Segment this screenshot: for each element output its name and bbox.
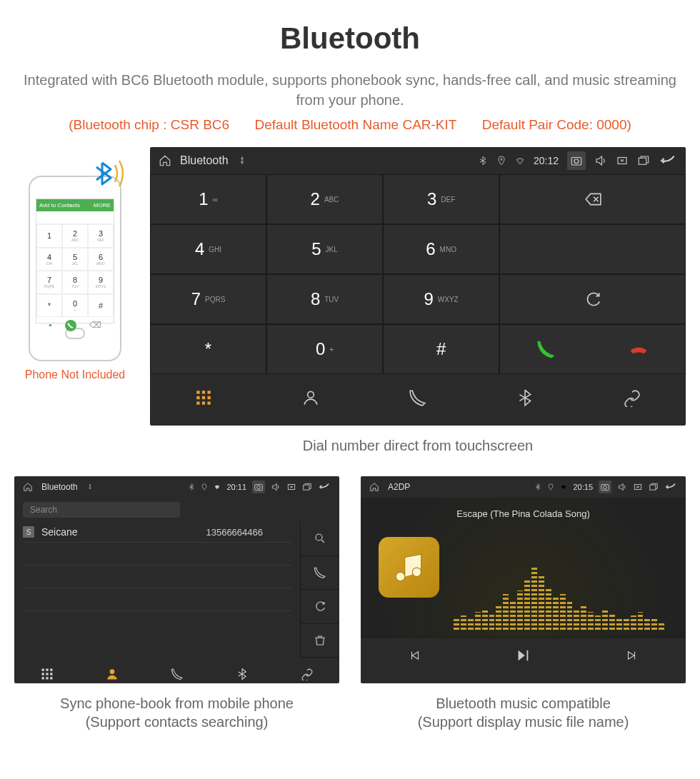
gps-icon	[496, 156, 506, 166]
link-icon	[301, 668, 314, 680]
headunit-dialer: Bluetooth 20:12 1∞2A	[150, 147, 686, 426]
side-delete-button[interactable]	[300, 624, 339, 658]
skip-previous-icon	[409, 649, 421, 662]
app-title: A2DP	[388, 482, 410, 492]
svg-point-2	[574, 159, 579, 164]
tab-keypad[interactable]	[14, 658, 79, 690]
bluetooth-icon	[534, 483, 541, 491]
volume-icon[interactable]	[271, 482, 281, 492]
back-icon[interactable]	[318, 481, 331, 493]
viz-bar	[539, 576, 544, 630]
screenshot-icon[interactable]	[254, 482, 264, 492]
screenshot-icon[interactable]	[570, 154, 583, 167]
tab-bluetooth[interactable]	[471, 374, 579, 421]
dialer-key-7[interactable]: 7PQRS	[150, 274, 266, 324]
search-input[interactable]: Search	[23, 502, 180, 518]
dialer-key-#[interactable]: #	[383, 324, 499, 374]
dialer-key-4[interactable]: 4GHI	[150, 224, 266, 274]
viz-bar	[524, 580, 530, 630]
spec-line: (Bluetooth chip : CSR BC6 Default Blueto…	[14, 117, 686, 133]
call-button[interactable]	[500, 338, 592, 360]
bluetooth-signal-icon	[88, 152, 131, 195]
phone-key: 8TUV	[62, 271, 88, 294]
key-letters: GHI	[209, 246, 221, 253]
svg-rect-9	[202, 396, 205, 398]
tab-call-log[interactable]	[364, 374, 471, 421]
tab-pair[interactable]	[579, 374, 686, 421]
dialer-key-9[interactable]: 9WXYZ	[383, 274, 499, 324]
usb-icon	[237, 156, 247, 166]
contact-row[interactable]: S Seicane 13566664466	[23, 522, 291, 543]
next-button[interactable]	[577, 637, 686, 673]
dialer-key-0[interactable]: 0+	[266, 324, 383, 374]
search-icon	[314, 532, 326, 545]
key-letters: ABC	[324, 196, 339, 203]
viz-bar	[489, 614, 495, 630]
phone-icon	[314, 566, 326, 579]
home-icon[interactable]	[159, 154, 171, 167]
contact-row-empty	[23, 543, 291, 566]
prev-button[interactable]	[361, 637, 469, 673]
screenshot-icon[interactable]	[600, 482, 610, 492]
side-search-button[interactable]	[300, 522, 339, 556]
key-letters: JKL	[326, 246, 338, 253]
back-icon[interactable]	[664, 481, 677, 493]
tab-contacts[interactable]	[79, 658, 144, 690]
recent-apps-icon[interactable]	[637, 154, 650, 167]
viz-bar	[510, 601, 516, 630]
tab-contacts[interactable]	[257, 374, 364, 421]
dialer-key-2[interactable]: 2ABC	[266, 174, 383, 224]
tab-call-log[interactable]	[144, 658, 209, 690]
viz-bar	[624, 619, 629, 630]
play-pause-button[interactable]	[469, 637, 578, 673]
dialer-key-3[interactable]: 3DEF	[383, 174, 499, 224]
side-call-button[interactable]	[300, 556, 339, 590]
svg-rect-1	[571, 158, 581, 166]
home-icon[interactable]	[23, 482, 33, 492]
viz-bar	[581, 605, 586, 630]
sync-button[interactable]	[499, 274, 686, 324]
svg-rect-23	[41, 673, 44, 675]
tab-pair[interactable]	[274, 658, 339, 690]
page-title: Bluetooth	[14, 21, 686, 56]
contact-initial: S	[23, 526, 34, 538]
tab-keypad[interactable]	[150, 374, 257, 421]
side-sync-button[interactable]	[300, 590, 339, 624]
hangup-button[interactable]	[593, 338, 685, 360]
wifi-icon	[214, 483, 221, 491]
caption-line2: (Support contacts searching)	[86, 714, 269, 730]
dialer-key-*[interactable]: *	[150, 324, 266, 374]
volume-icon[interactable]	[594, 154, 607, 167]
person-icon	[105, 667, 119, 681]
key-number: 9	[424, 289, 433, 309]
home-icon[interactable]	[369, 482, 379, 492]
dialer-key-6[interactable]: 6MNO	[383, 224, 499, 274]
bluetooth-icon	[516, 388, 534, 407]
backspace-button[interactable]	[499, 174, 686, 224]
phone-caption: Phone Not Included	[14, 368, 136, 381]
close-app-icon[interactable]	[286, 482, 296, 492]
dialer-key-8[interactable]: 8TUV	[266, 274, 383, 324]
close-app-icon[interactable]	[616, 154, 629, 167]
tab-bluetooth[interactable]	[209, 658, 274, 690]
recent-apps-icon[interactable]	[649, 482, 659, 492]
bluetooth-icon	[188, 483, 195, 491]
clock: 20:12	[534, 155, 559, 166]
close-app-icon[interactable]	[633, 482, 643, 492]
phone-icon	[171, 668, 184, 680]
key-number: 5	[311, 239, 321, 259]
key-letters: MNO	[440, 246, 456, 253]
viz-bar	[638, 612, 644, 630]
back-icon[interactable]	[659, 151, 677, 170]
key-number: #	[436, 339, 446, 359]
backspace-icon: ⌫	[89, 320, 101, 331]
svg-point-31	[604, 486, 607, 489]
dialer-key-5[interactable]: 5JKL	[266, 224, 383, 274]
key-letters: TUV	[324, 296, 339, 303]
recent-apps-icon[interactable]	[302, 482, 312, 492]
svg-rect-10	[207, 396, 210, 398]
dialer-key-1[interactable]: 1∞	[150, 174, 266, 224]
volume-icon[interactable]	[617, 482, 627, 492]
usb-icon	[86, 483, 94, 491]
viz-bar	[454, 619, 459, 630]
